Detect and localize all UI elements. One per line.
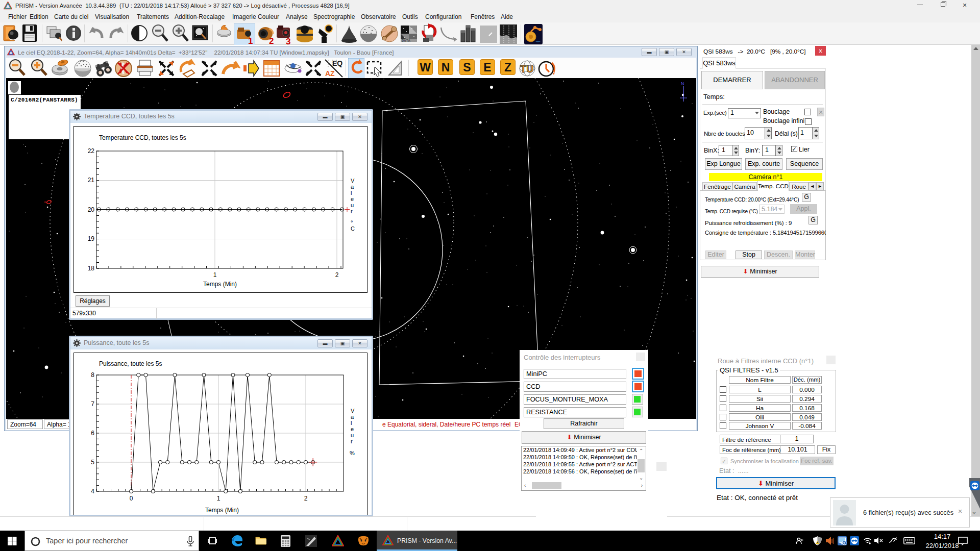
svg-text:u: u (351, 432, 354, 438)
svg-text:20: 20 (88, 206, 95, 213)
svg-text:2: 2 (304, 495, 308, 502)
svg-text:1: 1 (213, 271, 217, 279)
svg-text:r: r (351, 438, 353, 444)
svg-text:AZ: AZ (325, 69, 335, 78)
svg-text:1: 1 (217, 495, 220, 502)
svg-text:8: 8 (91, 371, 94, 379)
svg-text:6: 6 (91, 430, 94, 437)
svg-text:e: e (351, 426, 354, 432)
svg-text:Temps (Min): Temps (Min) (203, 281, 237, 288)
svg-text:22: 22 (88, 147, 95, 155)
svg-text:TU: TU (520, 63, 534, 74)
svg-text:4: 4 (91, 488, 94, 495)
svg-text:0: 0 (130, 495, 133, 502)
svg-text:a: a (351, 184, 354, 190)
svg-text:EQ: EQ (332, 59, 342, 67)
svg-text:5: 5 (91, 459, 94, 466)
svg-text:e: e (351, 196, 354, 202)
svg-text:DATA: DATA (402, 39, 411, 43)
svg-text:l: l (351, 190, 352, 196)
svg-text:u: u (351, 202, 354, 208)
svg-text:l: l (351, 420, 352, 426)
svg-text:°: ° (351, 219, 353, 226)
svg-text:21: 21 (88, 177, 95, 184)
svg-text:a: a (351, 414, 354, 420)
svg-text:V: V (351, 408, 355, 414)
svg-text:N: N (681, 81, 684, 86)
svg-text:Temps (Min): Temps (Min) (205, 507, 239, 514)
svg-text:19: 19 (88, 235, 95, 242)
svg-text:V: V (351, 178, 355, 184)
svg-text:7: 7 (91, 400, 94, 408)
svg-text:Puissance, toute les 5s: Puissance, toute les 5s (99, 360, 162, 367)
svg-text:%: % (350, 450, 355, 456)
svg-text:r: r (351, 208, 353, 214)
svg-text:18: 18 (88, 265, 95, 272)
svg-text:Temperature CCD, toutes les 5s: Temperature CCD, toutes les 5s (99, 134, 186, 141)
svg-text:C/2016R2(PANSTARRS): C/2016R2(PANSTARRS) (11, 97, 78, 103)
svg-text:C: C (351, 226, 355, 232)
svg-text:2: 2 (335, 271, 339, 279)
